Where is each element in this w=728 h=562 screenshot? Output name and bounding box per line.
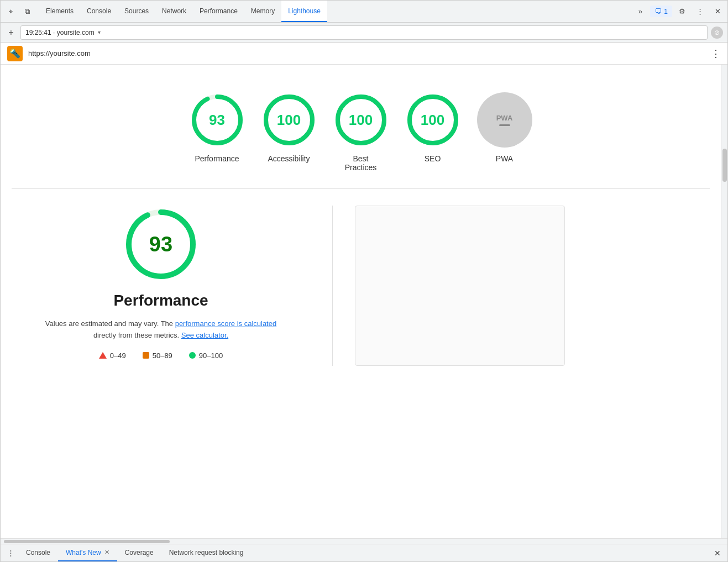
vertical-scrollbar[interactable]	[721, 65, 727, 538]
scores-section: 93 Performance 100 Accessibility	[12, 76, 710, 189]
vertical-divider	[332, 206, 333, 366]
lighthouse-header: 🔦 https://yoursite.com ⋮	[1, 43, 727, 65]
tab-network[interactable]: Network	[155, 1, 193, 22]
detail-performance-circle: 93	[122, 206, 200, 283]
horizontal-scrollbar-thumb[interactable]	[4, 540, 170, 543]
tab-bar-icons: ⌖ ⧉	[3, 4, 35, 19]
score-item-accessibility[interactable]: 100 Accessibility	[261, 92, 317, 163]
legend-row: 0–49 50–89 90–100	[99, 351, 223, 360]
bottom-tab-whats-new[interactable]: What's New ✕	[58, 544, 117, 561]
pwa-dash	[499, 124, 510, 126]
pwa-text: PWA	[496, 114, 513, 122]
legend-orange-icon	[143, 352, 149, 359]
address-bar: + 19:25:41 · yoursite.com ▾ ⊘	[1, 23, 727, 43]
lighthouse-url: https://yoursite.com	[28, 49, 711, 57]
score-item-pwa[interactable]: PWA PWA	[477, 92, 532, 163]
bottom-tab-bar: ⋮ Console What's New ✕ Coverage Network …	[1, 544, 727, 561]
score-item-performance[interactable]: 93 Performance	[190, 92, 245, 163]
legend-green-icon	[189, 352, 196, 359]
seo-circle: 100	[405, 92, 460, 148]
devtools-tab-bar: ⌖ ⧉ Elements Console Sources Network Per…	[1, 1, 727, 23]
lighthouse-icon: 🔦	[7, 46, 23, 61]
horizontal-scrollbar[interactable]	[1, 538, 727, 544]
tab-memory[interactable]: Memory	[244, 1, 281, 22]
legend-red-icon	[99, 352, 107, 359]
legend-item-orange: 50–89	[143, 351, 172, 360]
bottom-more-button[interactable]: ⋮	[3, 545, 18, 561]
performance-label: Performance	[195, 154, 239, 163]
detail-score: 93	[149, 233, 172, 256]
detail-left: 93 Performance Values are estimated and …	[12, 206, 310, 366]
main-content: 93 Performance 100 Accessibility	[1, 65, 727, 538]
settings-button[interactable]: ⚙	[674, 4, 690, 19]
content-area: 93 Performance 100 Accessibility	[1, 65, 721, 538]
legend-item-green: 90–100	[189, 351, 223, 360]
detail-section: 93 Performance Values are estimated and …	[12, 189, 710, 382]
close-whats-new-button[interactable]: ✕	[104, 549, 109, 556]
detail-title: Performance	[113, 292, 208, 309]
accessibility-score: 100	[277, 112, 301, 129]
performance-score-link[interactable]: performance score is calculated	[175, 319, 277, 328]
tab-console[interactable]: Console	[80, 1, 118, 22]
tab-elements[interactable]: Elements	[39, 1, 80, 22]
bottom-close-button[interactable]: ✕	[710, 549, 725, 558]
tab-bar-right: » 🗨 1 ⚙ ⋮ ✕	[632, 4, 725, 19]
add-tab-button[interactable]: +	[5, 27, 17, 39]
bottom-tab-network-blocking[interactable]: Network request blocking	[161, 544, 252, 561]
best-practices-label: BestPractices	[345, 154, 377, 172]
close-devtools-button[interactable]: ✕	[710, 4, 725, 19]
detail-description: Values are estimated and may vary. The p…	[45, 318, 277, 342]
score-item-seo[interactable]: 100 SEO	[405, 92, 460, 163]
cursor-icon[interactable]: ⌖	[3, 4, 18, 19]
calculator-link[interactable]: See calculator.	[181, 331, 228, 339]
performance-circle: 93	[190, 92, 245, 148]
best-practices-circle: 100	[333, 92, 389, 148]
seo-label: SEO	[425, 154, 441, 163]
pwa-label: PWA	[496, 154, 513, 163]
feedback-badge[interactable]: 🗨 1	[650, 6, 672, 17]
performance-score: 93	[209, 112, 225, 129]
tab-performance[interactable]: Performance	[193, 1, 244, 22]
dock-icon[interactable]: ⧉	[19, 4, 35, 19]
accessibility-label: Accessibility	[268, 154, 310, 163]
more-tabs-button[interactable]: »	[632, 4, 648, 19]
tabs-list: Elements Console Sources Network Perform…	[39, 1, 632, 22]
lighthouse-more-button[interactable]: ⋮	[711, 48, 721, 60]
scrollbar-thumb[interactable]	[722, 149, 727, 182]
best-practices-score: 100	[349, 112, 373, 129]
url-input[interactable]: 19:25:41 · yoursite.com ▾	[20, 25, 708, 40]
devtools-more-button[interactable]: ⋮	[692, 4, 708, 19]
accessibility-circle: 100	[261, 92, 317, 148]
bottom-tab-console[interactable]: Console	[18, 544, 58, 561]
bottom-tab-coverage[interactable]: Coverage	[117, 544, 161, 561]
pwa-circle: PWA	[477, 92, 532, 148]
score-item-best-practices[interactable]: 100 BestPractices	[333, 92, 389, 172]
tab-lighthouse[interactable]: Lighthouse	[281, 1, 327, 22]
clear-button[interactable]: ⊘	[711, 27, 723, 39]
seo-score: 100	[421, 112, 444, 129]
legend-item-red: 0–49	[99, 351, 126, 360]
detail-screenshot-panel	[355, 206, 565, 366]
bottom-right: ✕	[710, 549, 725, 558]
tab-sources[interactable]: Sources	[118, 1, 155, 22]
